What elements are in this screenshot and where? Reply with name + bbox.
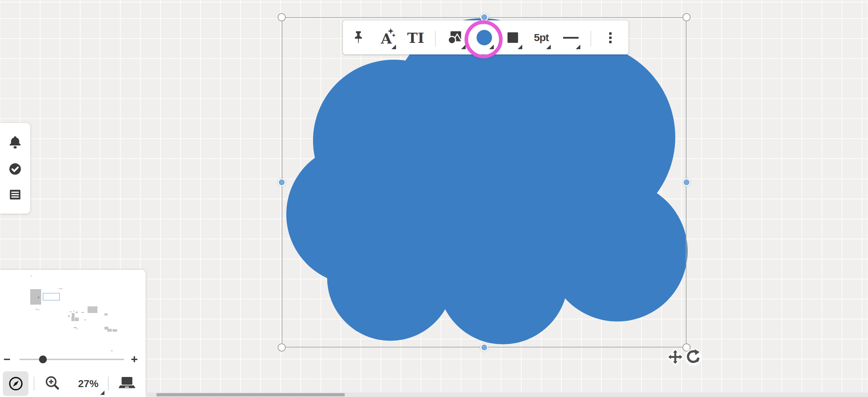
text-style-button[interactable]: TI	[405, 25, 426, 50]
shape-format-toolbar: A TI 5pt	[343, 20, 628, 54]
tasks-button[interactable]	[9, 163, 21, 176]
toolbar-divider	[435, 31, 436, 46]
selection-handle-corner[interactable]	[683, 13, 691, 21]
minimap-viewport[interactable]	[43, 293, 60, 300]
dropdown-corner-icon	[391, 45, 396, 49]
dropdown-corner-icon	[546, 45, 551, 49]
zoom-in-button[interactable]: +	[131, 353, 138, 365]
minimap-shape	[76, 312, 78, 313]
line-weight-label: 5pt	[534, 32, 549, 44]
minimap-shape	[107, 329, 112, 332]
pin-button[interactable]	[348, 25, 369, 50]
minimap-shape	[30, 289, 41, 305]
minimap-shape	[30, 276, 32, 276]
left-dock-panel	[0, 123, 30, 214]
horizontal-scrollbar-track[interactable]	[146, 392, 868, 397]
minimap-shape	[38, 297, 39, 298]
zoom-level-label: 27%	[78, 378, 98, 389]
zoom-level-button[interactable]: 27%	[72, 373, 104, 394]
dropdown-corner-icon	[100, 391, 104, 395]
minimap-shape	[75, 318, 79, 321]
fill-color-swatch	[477, 30, 492, 45]
minimap-shape	[84, 319, 86, 320]
laptop-icon	[119, 377, 135, 389]
selection-handle-edge[interactable]	[278, 178, 286, 187]
zoom-tool-button[interactable]	[44, 373, 62, 394]
selection-handle-edge[interactable]	[683, 178, 691, 187]
dropdown-corner-icon	[518, 45, 522, 49]
selection-bounding-box[interactable]	[282, 17, 687, 347]
minimap-shape	[88, 306, 97, 313]
zoom-out-button[interactable]: −	[4, 353, 11, 365]
dropdown-corner-icon	[576, 45, 580, 49]
selection-handle-corner[interactable]	[278, 344, 286, 352]
minimap-shape	[36, 309, 38, 310]
notes-button[interactable]	[9, 189, 21, 201]
shape-style-button[interactable]	[446, 25, 467, 50]
check-circle-icon	[9, 163, 21, 175]
minimap-shape	[70, 311, 71, 312]
minimap-shape	[68, 315, 70, 317]
move-handle-icon[interactable]	[667, 349, 683, 365]
line-style-icon	[563, 37, 579, 39]
bell-icon	[9, 136, 21, 149]
rotate-handle-icon[interactable]	[685, 349, 701, 365]
minimap-shape	[73, 311, 74, 312]
kebab-menu-icon	[609, 32, 612, 43]
more-options-button[interactable]	[600, 25, 621, 50]
status-controls: 27%	[0, 370, 146, 397]
zoom-slider-thumb[interactable]	[39, 356, 47, 363]
selection-handle-corner[interactable]	[278, 13, 286, 21]
minimap-shape	[104, 313, 108, 315]
zoom-slider-row: − +	[0, 353, 146, 367]
minimap[interactable]	[0, 270, 146, 353]
zoom-in-magnifier-icon	[45, 375, 61, 391]
line-color-button[interactable]	[502, 25, 523, 50]
zoom-slider-track[interactable]	[19, 359, 124, 360]
text-style-icon: TI	[407, 30, 424, 46]
minimap-shape	[74, 327, 77, 328]
minimap-shape	[38, 310, 40, 310]
pushpin-icon	[352, 31, 364, 45]
line-weight-button[interactable]: 5pt	[531, 25, 552, 50]
line-style-button[interactable]	[560, 25, 581, 50]
navigator-panel: − + 27%	[0, 270, 146, 397]
line-color-swatch	[508, 32, 518, 43]
dropdown-corner-icon	[489, 45, 494, 49]
fill-color-button[interactable]	[474, 25, 495, 50]
fit-screen-button[interactable]	[117, 372, 137, 394]
minimap-shape	[71, 317, 75, 321]
divider	[34, 377, 34, 391]
divider	[108, 377, 109, 391]
minimap-shape	[76, 328, 78, 329]
minimap-shape	[113, 329, 117, 332]
dropdown-corner-icon	[461, 45, 466, 49]
magic-text-button[interactable]: A	[376, 25, 397, 50]
compass-icon	[8, 376, 24, 391]
minimap-shape	[82, 312, 84, 313]
shapes-icon	[448, 31, 464, 44]
horizontal-scrollbar-thumb[interactable]	[157, 393, 345, 396]
selection-handle-edge[interactable]	[480, 344, 489, 352]
minimap-shape	[111, 350, 113, 351]
pan-mode-button[interactable]	[3, 371, 28, 396]
notes-icon	[9, 189, 21, 200]
toolbar-divider	[591, 31, 591, 46]
notifications-button[interactable]	[9, 136, 21, 150]
minimap-shape	[59, 288, 63, 289]
